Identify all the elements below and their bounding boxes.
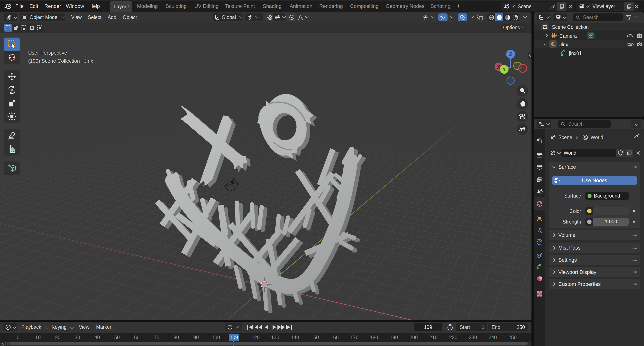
svg-text:Y: Y	[502, 67, 506, 72]
svg-text:Z: Z	[509, 51, 512, 57]
